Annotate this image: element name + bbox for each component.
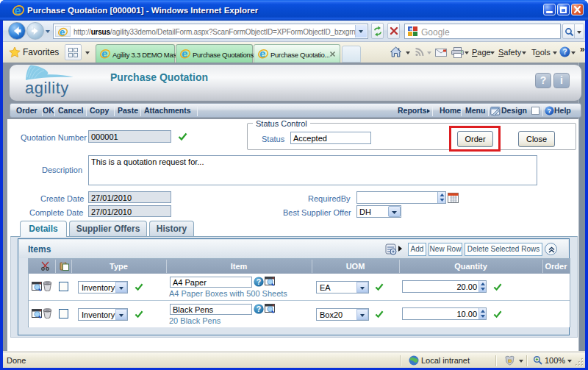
svg-text:?: ? <box>548 107 551 115</box>
svg-text:?: ? <box>562 48 567 56</box>
